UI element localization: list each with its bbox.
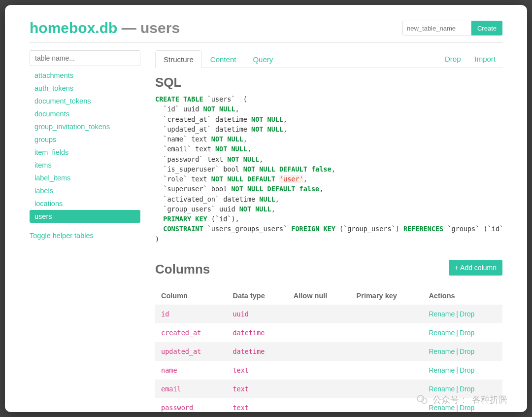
db-name-link[interactable]: homebox.db [30, 20, 117, 36]
rename-link[interactable]: Rename [429, 385, 455, 393]
column-row: iduuidRename|Drop [155, 305, 502, 323]
tab-bar: StructureContentQueryDropImport [155, 50, 502, 68]
column-allow-null [288, 380, 351, 398]
drop-link[interactable]: Drop [460, 366, 474, 374]
drop-link[interactable]: Drop [460, 385, 474, 393]
sidebar: attachmentsauth_tokensdocument_tokensdoc… [30, 50, 140, 412]
column-type: text [227, 361, 287, 380]
sidebar-table-item_fields[interactable]: item_fields [30, 146, 140, 159]
column-type: text [227, 398, 287, 412]
toggle-helper-tables-link[interactable]: Toggle helper tables [30, 232, 140, 240]
tab-action-import[interactable]: Import [467, 50, 502, 68]
titlebar: homebox.db — users Create [30, 20, 502, 43]
columns-header: Primary key [351, 287, 423, 305]
current-table-name: users [140, 20, 180, 36]
drop-link[interactable]: Drop [460, 348, 474, 355]
sidebar-table-labels[interactable]: labels [30, 184, 140, 197]
watermark-text: 各种折腾 [472, 394, 507, 406]
tables-list: attachmentsauth_tokensdocument_tokensdoc… [30, 69, 140, 223]
column-allow-null [288, 361, 351, 380]
watermark-prefix: 公众号： [432, 394, 468, 406]
column-row: created_atdatetimeRename|Drop [155, 323, 502, 342]
columns-header: Column [155, 287, 227, 305]
column-name: created_at [155, 323, 227, 342]
main-panel: StructureContentQueryDropImport SQL CREA… [155, 50, 502, 412]
column-primary-key [351, 380, 423, 398]
columns-header: Data type [227, 287, 287, 305]
column-type: datetime [227, 323, 287, 342]
rename-link[interactable]: Rename [429, 348, 455, 355]
drop-link[interactable]: Drop [460, 310, 474, 318]
tab-action-drop[interactable]: Drop [438, 50, 468, 68]
watermark: 公众号： 各种折腾 [416, 393, 507, 406]
column-primary-key [351, 305, 423, 323]
table-filter-input[interactable] [30, 50, 140, 66]
sidebar-table-document_tokens[interactable]: document_tokens [30, 95, 140, 107]
column-name: id [155, 305, 227, 323]
sidebar-table-group_invitation_tokens[interactable]: group_invitation_tokens [30, 120, 140, 133]
sql-heading: SQL [155, 75, 502, 90]
column-primary-key [351, 361, 423, 380]
drop-link[interactable]: Drop [460, 329, 474, 337]
sql-create-statement: CREATE TABLE `users` ( `id` uuid NOT NUL… [155, 94, 502, 244]
column-actions: Rename|Drop [423, 361, 502, 380]
new-table-form: Create [402, 21, 502, 35]
columns-header: Actions [423, 287, 502, 305]
sidebar-table-documents[interactable]: documents [30, 107, 140, 120]
column-actions: Rename|Drop [423, 342, 502, 361]
sidebar-table-auth_tokens[interactable]: auth_tokens [30, 82, 140, 95]
column-actions: Rename|Drop [423, 305, 502, 323]
sidebar-table-label_items[interactable]: label_items [30, 172, 140, 184]
column-row: nametextRename|Drop [155, 361, 502, 380]
tab-query[interactable]: Query [244, 50, 281, 68]
column-allow-null [288, 342, 351, 361]
column-allow-null [288, 323, 351, 342]
add-column-button[interactable]: + Add column [449, 260, 502, 276]
title-separator: — [122, 20, 140, 36]
column-type: datetime [227, 342, 287, 361]
column-allow-null [288, 305, 351, 323]
sidebar-table-locations[interactable]: locations [30, 197, 140, 210]
tab-structure[interactable]: Structure [155, 50, 202, 68]
sidebar-table-items[interactable]: items [30, 159, 140, 172]
columns-heading: Columns [155, 262, 210, 277]
column-row: updated_atdatetimeRename|Drop [155, 342, 502, 361]
column-name: name [155, 361, 227, 380]
rename-link[interactable]: Rename [429, 310, 455, 318]
wechat-icon [416, 393, 429, 406]
column-primary-key [351, 398, 423, 412]
column-allow-null [288, 398, 351, 412]
column-type: text [227, 380, 287, 398]
new-table-name-input[interactable] [402, 21, 471, 35]
column-actions: Rename|Drop [423, 323, 502, 342]
create-table-button[interactable]: Create [471, 21, 502, 35]
sidebar-table-users[interactable]: users [30, 210, 140, 223]
rename-link[interactable]: Rename [429, 329, 455, 337]
sidebar-table-attachments[interactable]: attachments [30, 69, 140, 82]
rename-link[interactable]: Rename [429, 366, 455, 374]
app-window: homebox.db — users Create attachmentsaut… [5, 5, 527, 412]
column-primary-key [351, 323, 423, 342]
column-name: updated_at [155, 342, 227, 361]
tab-content[interactable]: Content [202, 50, 245, 68]
column-name: email [155, 380, 227, 398]
columns-header: Allow null [288, 287, 351, 305]
page-title: homebox.db — users [30, 20, 180, 36]
sidebar-table-groups[interactable]: groups [30, 133, 140, 146]
column-primary-key [351, 342, 423, 361]
column-type: uuid [227, 305, 287, 323]
column-name: password [155, 398, 227, 412]
